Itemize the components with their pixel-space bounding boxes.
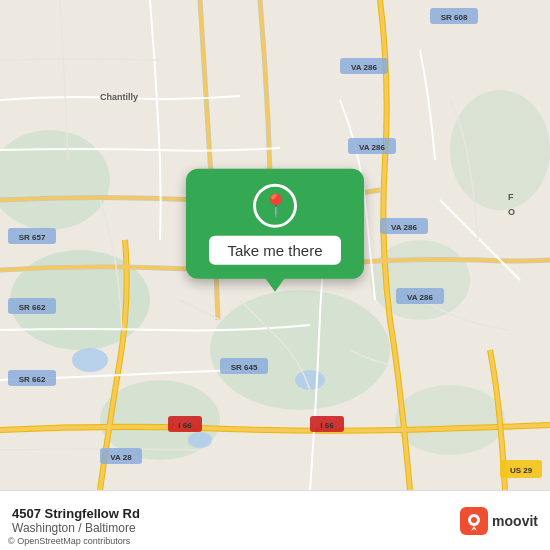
svg-text:SR 608: SR 608 <box>441 13 468 22</box>
svg-point-8 <box>72 348 108 372</box>
location-pin-icon: 📍 <box>262 194 289 216</box>
footer-logo: moovit <box>460 507 538 535</box>
popup-card[interactable]: 📍 Take me there <box>186 169 364 279</box>
svg-text:I 66: I 66 <box>320 421 334 430</box>
svg-text:O: O <box>508 207 515 217</box>
svg-text:I 66: I 66 <box>178 421 192 430</box>
region-text: Washington / Baltimore <box>12 521 460 535</box>
map-container: SR 608 VA 286 VA 286 VA 286 VA 286 SR 65… <box>0 0 550 490</box>
footer: © OpenStreetMap contributors 4507 String… <box>0 490 550 550</box>
svg-text:VA 286: VA 286 <box>359 143 385 152</box>
svg-text:SR 645: SR 645 <box>231 363 258 372</box>
svg-text:VA 286: VA 286 <box>407 293 433 302</box>
svg-point-42 <box>471 517 477 523</box>
popup-overlay: 📍 Take me there <box>186 169 364 292</box>
copyright-text: © OpenStreetMap contributors <box>8 536 130 546</box>
svg-point-2 <box>210 290 390 410</box>
svg-text:VA 286: VA 286 <box>391 223 417 232</box>
svg-point-10 <box>188 432 212 448</box>
moovit-icon <box>460 507 488 535</box>
svg-text:VA 286: VA 286 <box>351 63 377 72</box>
footer-left: © OpenStreetMap contributors 4507 String… <box>12 506 460 535</box>
take-me-there-button[interactable]: Take me there <box>209 235 340 264</box>
svg-text:SR 657: SR 657 <box>19 233 46 242</box>
popup-tail <box>265 278 285 292</box>
location-icon-circle: 📍 <box>253 183 297 227</box>
svg-point-5 <box>395 385 505 455</box>
svg-text:US 29: US 29 <box>510 466 533 475</box>
moovit-text: moovit <box>492 513 538 529</box>
svg-text:SR 662: SR 662 <box>19 375 46 384</box>
svg-text:F: F <box>508 192 514 202</box>
svg-text:VA 28: VA 28 <box>110 453 132 462</box>
moovit-logo: moovit <box>460 507 538 535</box>
address-text: 4507 Stringfellow Rd <box>12 506 460 521</box>
svg-point-9 <box>295 370 325 390</box>
svg-text:Chantilly: Chantilly <box>100 92 138 102</box>
svg-point-7 <box>450 90 550 210</box>
svg-text:SR 662: SR 662 <box>19 303 46 312</box>
